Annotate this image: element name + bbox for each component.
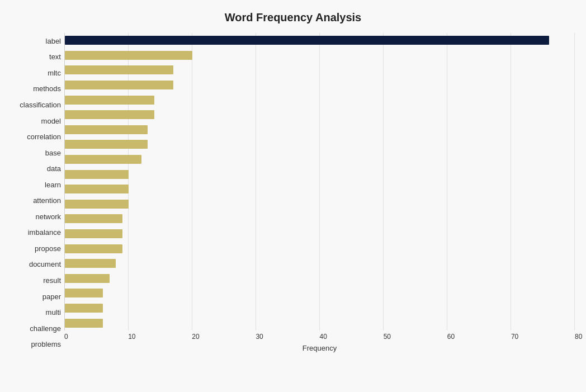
- bar: [65, 36, 549, 45]
- bar-row: [65, 80, 575, 90]
- bar: [65, 259, 116, 268]
- y-axis-labels: labeltextmltcmethodsclassificationmodelc…: [11, 33, 64, 352]
- y-label: correlation: [27, 133, 61, 140]
- y-label: multi: [46, 309, 61, 316]
- bar: [65, 170, 129, 179]
- bar: [65, 274, 110, 283]
- y-label: result: [43, 277, 61, 284]
- y-label: attention: [33, 197, 61, 204]
- bar: [65, 214, 122, 223]
- bar: [65, 81, 173, 89]
- y-label: problems: [31, 341, 61, 348]
- bar-row: [65, 184, 575, 194]
- bar: [65, 319, 103, 328]
- bar-row: [65, 110, 575, 120]
- bar-row: [65, 169, 575, 180]
- bar-row: [65, 95, 575, 105]
- bar: [65, 125, 148, 134]
- y-label: classification: [20, 101, 61, 108]
- bar: [65, 140, 148, 149]
- bar-row: [65, 318, 575, 328]
- bar: [65, 51, 192, 60]
- bar: [65, 304, 103, 313]
- bar: [65, 185, 129, 193]
- y-label: text: [49, 53, 61, 60]
- bar-row: [65, 35, 575, 45]
- bar-row: [65, 288, 575, 298]
- y-label: paper: [42, 293, 61, 300]
- bar: [65, 155, 141, 164]
- chart-container: Word Frequency Analysis labeltextmltcmet…: [0, 0, 586, 392]
- bar-row: [65, 214, 575, 224]
- bar-row: [65, 303, 575, 313]
- chart-area: labeltextmltcmethodsclassificationmodelc…: [11, 33, 575, 352]
- bar-row: [65, 273, 575, 284]
- y-label: data: [47, 165, 61, 172]
- bar: [65, 96, 154, 105]
- bar-row: [65, 154, 575, 164]
- bar-row: [65, 139, 575, 149]
- y-label: network: [35, 213, 61, 220]
- x-axis-label: Frequency: [64, 344, 575, 352]
- bars-area: [64, 33, 575, 330]
- x-ticks: 01020304050607080: [64, 333, 575, 341]
- y-label: imbalance: [28, 229, 61, 236]
- bar-row: [65, 125, 575, 135]
- y-label: mltc: [48, 69, 61, 77]
- bar: [65, 110, 154, 119]
- y-label: learn: [45, 181, 61, 188]
- y-label: label: [46, 37, 61, 45]
- bar-row: [65, 199, 575, 209]
- bar-row: [65, 258, 575, 268]
- bar-row: [65, 50, 575, 60]
- x-axis: 01020304050607080 Frequency: [64, 333, 575, 352]
- bars-and-x: 01020304050607080 Frequency: [64, 33, 575, 352]
- bar: [65, 229, 122, 238]
- y-label: propose: [35, 245, 61, 252]
- bar: [65, 244, 122, 253]
- bar-row: [65, 229, 575, 239]
- y-label: document: [29, 261, 61, 268]
- bar-row: [65, 244, 575, 254]
- y-label: model: [41, 117, 61, 125]
- bar: [65, 200, 129, 209]
- bar-row: [65, 65, 575, 75]
- chart-title: Word Frequency Analysis: [11, 11, 575, 24]
- bar: [65, 289, 103, 297]
- bar: [65, 65, 173, 74]
- y-label: methods: [33, 85, 61, 92]
- y-label: challenge: [30, 325, 61, 332]
- y-label: base: [45, 149, 61, 157]
